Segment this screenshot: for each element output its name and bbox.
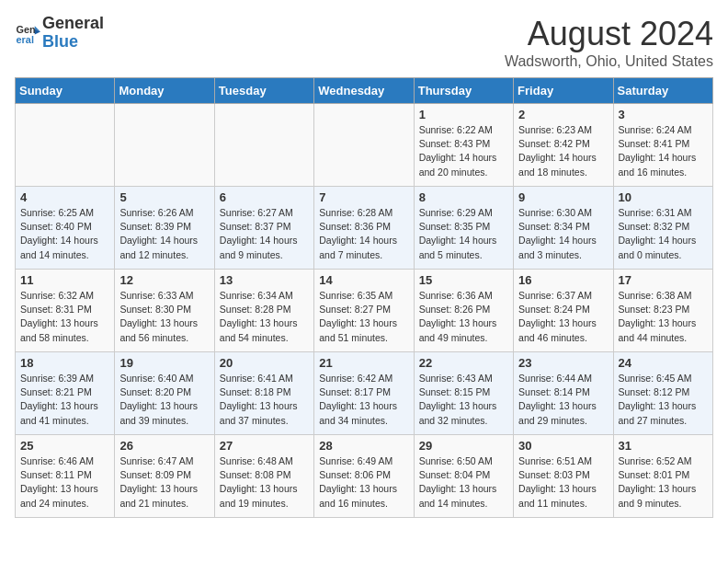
calendar-cell: 22Sunrise: 6:43 AMSunset: 8:15 PMDayligh… <box>414 352 513 435</box>
title-area: August 2024 Wadsworth, Ohio, United Stat… <box>505 15 713 70</box>
day-number: 21 <box>319 356 408 370</box>
weekday-header-row: SundayMondayTuesdayWednesdayThursdayFrid… <box>16 78 713 104</box>
day-info: Sunrise: 6:52 AMSunset: 8:01 PMDaylight:… <box>619 454 708 511</box>
calendar-cell: 6Sunrise: 6:27 AMSunset: 8:37 PMDaylight… <box>214 187 313 270</box>
calendar-cell <box>314 104 414 187</box>
day-info: Sunrise: 6:37 AMSunset: 8:24 PMDaylight:… <box>518 289 608 345</box>
week-row-1: 1Sunrise: 6:22 AMSunset: 8:43 PMDaylight… <box>16 104 713 187</box>
day-number: 14 <box>319 273 408 287</box>
calendar-cell: 1Sunrise: 6:22 AMSunset: 8:43 PMDaylight… <box>414 104 513 187</box>
calendar-table: SundayMondayTuesdayWednesdayThursdayFrid… <box>15 77 713 518</box>
month-title: August 2024 <box>505 15 713 53</box>
calendar-cell: 25Sunrise: 6:46 AMSunset: 8:11 PMDayligh… <box>16 435 115 518</box>
day-number: 7 <box>319 190 408 204</box>
calendar-cell: 13Sunrise: 6:34 AMSunset: 8:28 PMDayligh… <box>214 270 313 352</box>
day-info: Sunrise: 6:41 AMSunset: 8:18 PMDaylight:… <box>220 372 309 428</box>
calendar-cell: 26Sunrise: 6:47 AMSunset: 8:09 PMDayligh… <box>115 435 214 518</box>
svg-text:eral: eral <box>17 34 34 45</box>
calendar-cell: 23Sunrise: 6:44 AMSunset: 8:14 PMDayligh… <box>514 352 613 435</box>
day-number: 27 <box>220 439 309 453</box>
page-header: Gen eral General Blue August 2024 Wadswo… <box>15 15 713 70</box>
day-info: Sunrise: 6:23 AMSunset: 8:42 PMDaylight:… <box>518 123 608 179</box>
day-number: 17 <box>619 273 708 287</box>
day-number: 5 <box>119 190 209 204</box>
day-info: Sunrise: 6:43 AMSunset: 8:15 PMDaylight:… <box>419 372 508 428</box>
logo-blue-text: Blue <box>42 33 104 52</box>
day-info: Sunrise: 6:36 AMSunset: 8:26 PMDaylight:… <box>419 289 508 345</box>
calendar-cell: 30Sunrise: 6:51 AMSunset: 8:03 PMDayligh… <box>514 435 613 518</box>
calendar-cell: 14Sunrise: 6:35 AMSunset: 8:27 PMDayligh… <box>314 270 414 352</box>
day-number: 12 <box>119 273 209 287</box>
day-number: 18 <box>20 356 109 370</box>
calendar-cell: 10Sunrise: 6:31 AMSunset: 8:32 PMDayligh… <box>613 187 712 270</box>
logo-text: General Blue <box>42 15 104 52</box>
day-info: Sunrise: 6:50 AMSunset: 8:04 PMDaylight:… <box>419 454 508 511</box>
calendar-cell: 19Sunrise: 6:40 AMSunset: 8:20 PMDayligh… <box>115 352 214 435</box>
day-number: 16 <box>518 273 608 287</box>
day-info: Sunrise: 6:42 AMSunset: 8:17 PMDaylight:… <box>319 372 408 428</box>
day-number: 1 <box>419 108 508 121</box>
calendar-cell: 2Sunrise: 6:23 AMSunset: 8:42 PMDaylight… <box>514 104 613 187</box>
calendar-cell: 20Sunrise: 6:41 AMSunset: 8:18 PMDayligh… <box>214 352 313 435</box>
day-number: 9 <box>518 190 608 204</box>
calendar-cell: 27Sunrise: 6:48 AMSunset: 8:08 PMDayligh… <box>214 435 313 518</box>
day-info: Sunrise: 6:44 AMSunset: 8:14 PMDaylight:… <box>518 372 608 428</box>
day-info: Sunrise: 6:32 AMSunset: 8:31 PMDaylight:… <box>20 289 109 345</box>
day-number: 10 <box>619 190 708 204</box>
weekday-header-saturday: Saturday <box>613 78 712 104</box>
weekday-header-tuesday: Tuesday <box>214 78 313 104</box>
calendar-cell: 4Sunrise: 6:25 AMSunset: 8:40 PMDaylight… <box>16 187 115 270</box>
weekday-header-monday: Monday <box>115 78 214 104</box>
day-info: Sunrise: 6:38 AMSunset: 8:23 PMDaylight:… <box>619 289 708 345</box>
calendar-cell: 28Sunrise: 6:49 AMSunset: 8:06 PMDayligh… <box>314 435 414 518</box>
calendar-cell: 16Sunrise: 6:37 AMSunset: 8:24 PMDayligh… <box>514 270 613 352</box>
weekday-header-wednesday: Wednesday <box>314 78 414 104</box>
day-number: 2 <box>518 108 608 121</box>
calendar-cell: 18Sunrise: 6:39 AMSunset: 8:21 PMDayligh… <box>16 352 115 435</box>
day-number: 24 <box>619 356 708 370</box>
calendar-cell: 29Sunrise: 6:50 AMSunset: 8:04 PMDayligh… <box>414 435 513 518</box>
weekday-header-sunday: Sunday <box>16 78 115 104</box>
day-info: Sunrise: 6:39 AMSunset: 8:21 PMDaylight:… <box>20 372 109 428</box>
calendar-cell: 12Sunrise: 6:33 AMSunset: 8:30 PMDayligh… <box>115 270 214 352</box>
day-number: 4 <box>20 190 109 204</box>
day-number: 30 <box>518 439 608 453</box>
day-info: Sunrise: 6:45 AMSunset: 8:12 PMDaylight:… <box>619 372 708 428</box>
day-info: Sunrise: 6:29 AMSunset: 8:35 PMDaylight:… <box>419 206 508 262</box>
day-number: 6 <box>220 190 309 204</box>
location-title: Wadsworth, Ohio, United States <box>505 53 713 70</box>
day-info: Sunrise: 6:35 AMSunset: 8:27 PMDaylight:… <box>319 289 408 345</box>
calendar-cell: 8Sunrise: 6:29 AMSunset: 8:35 PMDaylight… <box>414 187 513 270</box>
week-row-2: 4Sunrise: 6:25 AMSunset: 8:40 PMDaylight… <box>16 187 713 270</box>
day-info: Sunrise: 6:33 AMSunset: 8:30 PMDaylight:… <box>119 289 209 345</box>
calendar-cell: 31Sunrise: 6:52 AMSunset: 8:01 PMDayligh… <box>613 435 712 518</box>
calendar-cell <box>115 104 214 187</box>
day-info: Sunrise: 6:28 AMSunset: 8:36 PMDaylight:… <box>319 206 408 262</box>
day-number: 31 <box>619 439 708 453</box>
day-number: 25 <box>20 439 109 453</box>
day-info: Sunrise: 6:47 AMSunset: 8:09 PMDaylight:… <box>119 454 209 511</box>
day-number: 8 <box>419 190 508 204</box>
day-info: Sunrise: 6:40 AMSunset: 8:20 PMDaylight:… <box>119 372 209 428</box>
calendar-cell: 7Sunrise: 6:28 AMSunset: 8:36 PMDaylight… <box>314 187 414 270</box>
calendar-cell <box>214 104 313 187</box>
logo-icon: Gen eral <box>15 20 40 46</box>
calendar-header: SundayMondayTuesdayWednesdayThursdayFrid… <box>16 78 713 104</box>
day-number: 3 <box>619 108 708 121</box>
day-number: 22 <box>419 356 508 370</box>
day-number: 19 <box>119 356 209 370</box>
calendar-cell: 11Sunrise: 6:32 AMSunset: 8:31 PMDayligh… <box>16 270 115 352</box>
weekday-header-friday: Friday <box>514 78 613 104</box>
day-info: Sunrise: 6:49 AMSunset: 8:06 PMDaylight:… <box>319 454 408 511</box>
day-number: 29 <box>419 439 508 453</box>
calendar-cell: 17Sunrise: 6:38 AMSunset: 8:23 PMDayligh… <box>613 270 712 352</box>
week-row-3: 11Sunrise: 6:32 AMSunset: 8:31 PMDayligh… <box>16 270 713 352</box>
day-info: Sunrise: 6:25 AMSunset: 8:40 PMDaylight:… <box>20 206 109 262</box>
calendar-cell: 24Sunrise: 6:45 AMSunset: 8:12 PMDayligh… <box>613 352 712 435</box>
calendar-cell <box>16 104 115 187</box>
day-number: 23 <box>518 356 608 370</box>
calendar-cell: 21Sunrise: 6:42 AMSunset: 8:17 PMDayligh… <box>314 352 414 435</box>
day-info: Sunrise: 6:51 AMSunset: 8:03 PMDaylight:… <box>518 454 608 511</box>
logo: Gen eral General Blue <box>15 15 104 52</box>
calendar-body: 1Sunrise: 6:22 AMSunset: 8:43 PMDaylight… <box>16 104 713 518</box>
